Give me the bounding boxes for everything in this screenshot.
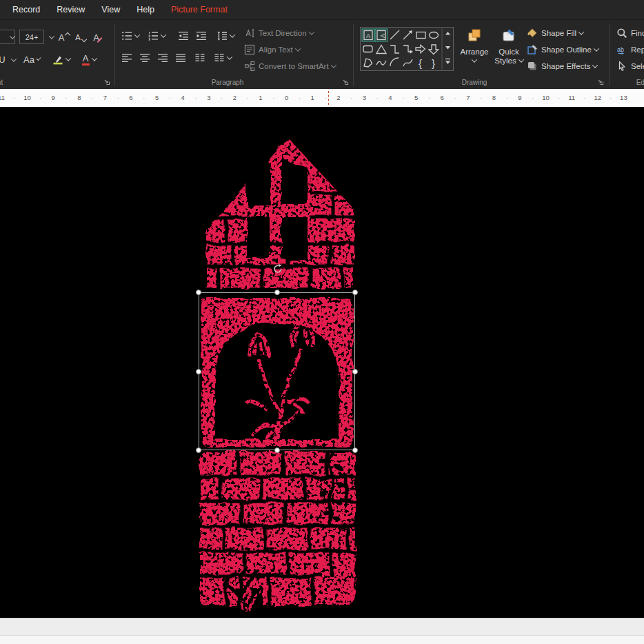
ruler-number: 9 xyxy=(52,89,55,107)
horizontal-ruler[interactable]: 11·10·9·8·7·6·5·4·3·2·1·0·1·2·3·4·5·6·7·… xyxy=(0,89,644,107)
clear-formatting-button[interactable]: A xyxy=(90,30,105,44)
shape-fill-label: Shape Fill xyxy=(541,29,576,37)
decrease-indent-button[interactable] xyxy=(178,30,189,41)
ruler-number: 7 xyxy=(103,89,107,107)
ruler-number: 10 xyxy=(23,89,31,107)
replace-button[interactable]: Replace xyxy=(616,43,644,57)
shape-effects-button[interactable]: Shape Effects xyxy=(527,59,597,73)
text-direction-button[interactable]: Text Direction xyxy=(244,26,314,40)
resize-handle-middle-left[interactable] xyxy=(196,369,201,374)
slide-canvas[interactable] xyxy=(0,107,644,618)
tab-picture-format[interactable]: Picture Format xyxy=(163,0,236,19)
search-icon xyxy=(616,28,627,39)
change-case-button[interactable]: Aa xyxy=(23,52,40,66)
shape-rectangle[interactable] xyxy=(416,32,425,39)
font-color-button[interactable]: A xyxy=(80,52,98,67)
justify-button[interactable] xyxy=(175,52,186,63)
shape-line[interactable] xyxy=(390,30,399,39)
align-left-button[interactable] xyxy=(121,52,132,63)
chevron-down-icon xyxy=(66,55,71,61)
shape-line-arrow[interactable] xyxy=(403,30,412,39)
shape-curve[interactable] xyxy=(403,59,412,66)
align-center-button[interactable] xyxy=(139,52,150,63)
underline-button[interactable]: U xyxy=(0,52,7,66)
ruler-tick: · xyxy=(325,89,327,107)
quick-styles-icon xyxy=(502,28,516,42)
shape-rounded-rectangle[interactable] xyxy=(363,46,372,52)
ruler-number: 4 xyxy=(181,89,185,107)
ruler-tick: · xyxy=(91,89,93,107)
font-dialog-launcher[interactable] xyxy=(103,79,110,85)
ruler-tick: · xyxy=(169,89,171,107)
columns-options-button[interactable] xyxy=(214,52,232,63)
ruler-tick: · xyxy=(402,89,404,107)
resize-handle-top-left[interactable] xyxy=(196,290,201,295)
font-size-combo[interactable]: 24+ xyxy=(19,30,44,44)
convert-to-smartart-button[interactable]: Convert to SmartArt xyxy=(244,59,336,73)
text-highlight-button[interactable] xyxy=(52,52,70,66)
tab-help[interactable]: Help xyxy=(128,0,163,19)
shape-scribble[interactable] xyxy=(376,61,386,65)
arrange-button[interactable]: Arrange xyxy=(458,28,491,63)
align-text-icon xyxy=(244,44,255,55)
resize-handle-top-center[interactable] xyxy=(274,290,280,295)
shape-outline-button[interactable]: Shape Outline xyxy=(527,43,598,57)
shape-left-brace[interactable]: { xyxy=(419,57,422,69)
status-bar-lower xyxy=(0,636,644,644)
align-right-icon xyxy=(157,52,168,63)
shape-elbow-connector[interactable] xyxy=(390,46,399,53)
increase-indent-button[interactable] xyxy=(196,30,207,41)
quick-styles-button[interactable]: Quick Styles xyxy=(492,28,525,65)
tab-review[interactable]: Review xyxy=(48,0,93,19)
bullets-button[interactable] xyxy=(121,30,139,41)
columns-button[interactable] xyxy=(194,52,205,63)
resize-handle-bottom-right[interactable] xyxy=(352,447,358,453)
rotate-handle[interactable] xyxy=(272,263,283,274)
find-button[interactable]: Find xyxy=(616,26,644,40)
shape-block-arrow-down[interactable] xyxy=(429,45,439,54)
paragraph-dialog-launcher[interactable] xyxy=(342,79,349,85)
shapes-gallery-grid: A A { } xyxy=(361,28,453,70)
select-button[interactable]: Select xyxy=(616,59,644,73)
shape-fill-button[interactable]: Shape Fill xyxy=(527,26,583,40)
resize-handle-bottom-left[interactable] xyxy=(196,447,201,453)
ruler-number: 11 xyxy=(0,89,5,107)
resize-handle-middle-right[interactable] xyxy=(352,369,358,374)
grow-font-button[interactable]: A xyxy=(57,30,72,44)
line-spacing-button[interactable] xyxy=(217,30,234,41)
ruler-number: 5 xyxy=(155,89,159,107)
gallery-scroll-down[interactable] xyxy=(445,46,450,50)
tab-record[interactable]: Record xyxy=(4,0,48,19)
shapes-gallery: A A { } xyxy=(360,27,454,71)
powerpoint-window: Record Review View Help Picture Format 2… xyxy=(0,0,644,644)
gallery-scroll-up[interactable] xyxy=(445,32,450,35)
resize-handle-bottom-center[interactable] xyxy=(274,447,280,453)
gallery-more-button[interactable] xyxy=(445,59,450,65)
numbering-button[interactable] xyxy=(148,30,165,41)
ruler-tick: · xyxy=(506,89,508,107)
shrink-font-button[interactable]: A xyxy=(73,30,88,44)
shape-elbow-arrow-connector[interactable] xyxy=(403,46,413,54)
ruler-number: 0 xyxy=(285,89,288,107)
align-right-button[interactable] xyxy=(157,52,168,63)
chevron-down-icon xyxy=(227,54,232,59)
shape-arc[interactable] xyxy=(390,58,399,66)
shape-block-arrow-right[interactable] xyxy=(416,46,425,53)
ruler-tick: · xyxy=(195,89,197,107)
align-text-button[interactable]: Align Text xyxy=(244,43,300,57)
smartart-icon xyxy=(244,61,255,72)
shape-isosceles-triangle[interactable] xyxy=(376,46,386,54)
tab-view[interactable]: View xyxy=(93,0,128,19)
drawing-dialog-launcher[interactable] xyxy=(597,79,604,85)
shape-freeform[interactable] xyxy=(364,59,372,67)
selection-bounding-box[interactable] xyxy=(199,292,355,450)
columns-options-icon xyxy=(214,52,225,63)
shape-oval[interactable] xyxy=(430,32,439,39)
chevron-down-icon xyxy=(134,32,140,37)
resize-handle-top-right[interactable] xyxy=(352,290,358,295)
ruler-number: 10 xyxy=(542,89,550,107)
shape-right-brace[interactable]: } xyxy=(432,57,435,69)
stamp-brick-section xyxy=(200,452,355,612)
chevron-down-icon[interactable] xyxy=(11,56,17,61)
chevron-down-icon[interactable] xyxy=(49,33,54,39)
